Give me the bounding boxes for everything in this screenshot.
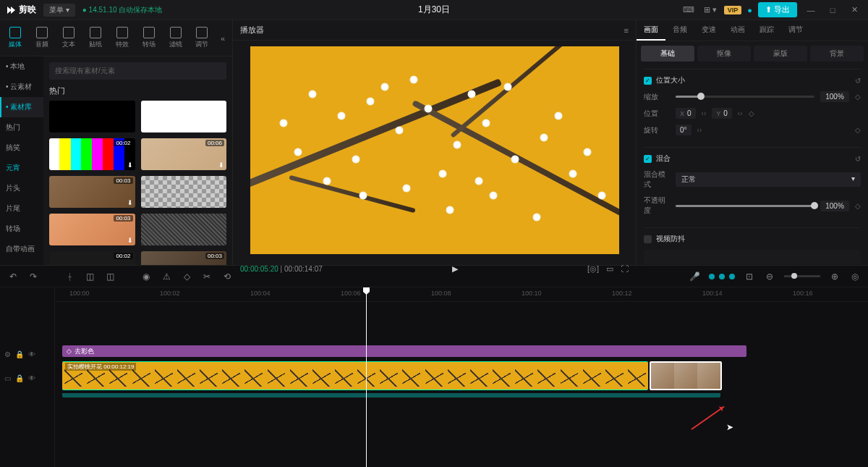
position-y-input[interactable]: Y0 — [712, 108, 732, 119]
asset-thumb-5[interactable] — [141, 176, 227, 208]
delete-right-button[interactable]: ◫ — [104, 272, 116, 282]
sidebar-cat-3[interactable]: 热门 — [0, 117, 43, 138]
asset-thumb-9[interactable]: 00:03⬇ — [141, 251, 227, 265]
keyframe-icon[interactable]: ◇ — [855, 93, 861, 101]
asset-thumb-1[interactable] — [141, 101, 227, 132]
mic-button[interactable]: 🎤 — [689, 272, 700, 282]
prop-tab-3[interactable]: 动画 — [723, 20, 752, 41]
main-video-clip[interactable]: 实拍樱桃开花 00:00:12:19 — [62, 361, 648, 390]
blend-section: ✓ 混合 ↺ 混合模式 正常▾ 不透明度 100% ◇ — [644, 147, 861, 227]
asset-thumb-2[interactable]: 00:02⬇ — [49, 138, 135, 170]
scale-slider[interactable] — [676, 96, 814, 98]
tool-tab-3[interactable]: 贴纸 — [83, 25, 109, 51]
tool-tab-5[interactable]: 转场 — [136, 25, 161, 51]
asset-thumb-6[interactable]: 00:03⬇ — [49, 214, 135, 245]
tool-tab-0[interactable]: 媒体 — [3, 25, 28, 51]
video-track-header[interactable]: ▭🔒👁 — [0, 363, 54, 393]
prop-tab-0[interactable]: 画面 — [637, 20, 665, 41]
shortcut-icon[interactable]: ⌨ — [681, 5, 697, 14]
feedback-icon[interactable]: ● — [747, 6, 752, 14]
timeline-tracks[interactable]: 100:00100:02100:04100:06100:08100:10100:… — [55, 287, 868, 467]
prop-tab-5[interactable]: 调节 — [781, 20, 810, 41]
sidebar-cat-1[interactable]: • 云素材 — [0, 77, 43, 97]
sidebar-cat-4[interactable]: 搞笑 — [0, 138, 43, 158]
sub-tab-3[interactable]: 背景 — [810, 46, 864, 62]
sidebar-cat-0[interactable]: • 本地 — [0, 56, 43, 77]
reverse-button[interactable]: ⟲ — [221, 272, 233, 282]
titlebar: 剪映 菜单 ▾ ● 14.51.10 自动保存本地 1月30日 ⌨ ⊞ ▾ VI… — [0, 0, 868, 20]
sidebar-cat-5[interactable]: 元宵 — [0, 158, 43, 178]
crop-button[interactable]: ✂ — [201, 272, 213, 282]
tool-tab-4[interactable]: 特效 — [109, 25, 135, 51]
blend-mode-select[interactable]: 正常▾ — [676, 172, 861, 187]
timeline-ruler[interactable]: 100:00100:02100:04100:06100:08100:10100:… — [55, 287, 868, 302]
second-video-clip[interactable]: 素材.转场 拉屁股大腕 00 — [650, 361, 722, 390]
preview-toggle[interactable]: ⊡ — [744, 272, 755, 282]
prop-tab-1[interactable]: 音频 — [665, 20, 694, 41]
sidebar-cat-6[interactable]: 片头 — [0, 178, 43, 198]
minimize-button[interactable]: — — [803, 6, 819, 14]
stabilize-checkbox[interactable]: ✓ — [644, 235, 652, 243]
filter-track-header[interactable]: ⚙🔒👁 — [0, 345, 54, 363]
reset-icon[interactable]: ↺ — [855, 155, 861, 163]
keyframe-icon[interactable]: ◇ — [855, 126, 861, 134]
filter-clip[interactable]: ◇ 去彩色 — [62, 345, 746, 357]
audio-button[interactable]: ⚠ — [161, 272, 172, 282]
prop-tab-2[interactable]: 变速 — [694, 20, 723, 41]
property-subtabs: 基础抠像蒙版背景 — [637, 41, 868, 66]
tool-tab-2[interactable]: 文本 — [56, 25, 82, 51]
sidebar-cat-2[interactable]: • 素材库 — [0, 97, 43, 117]
app-logo: 剪映 — [6, 4, 36, 16]
playhead[interactable] — [366, 287, 367, 467]
asset-thumb-3[interactable]: 00:06⬇ — [141, 138, 227, 170]
snap-toggles[interactable] — [709, 274, 735, 279]
tool-tab-1[interactable]: 音频 — [30, 25, 55, 51]
sidebar-cat-7[interactable]: 片尾 — [0, 198, 43, 219]
track-headers: ⚙🔒👁 ▭🔒👁 — [0, 287, 55, 467]
rotation-input[interactable]: 0° — [676, 125, 692, 135]
asset-thumb-8[interactable]: 00:02⬇ — [49, 251, 135, 265]
sub-tab-0[interactable]: 基础 — [641, 46, 694, 62]
collapse-icon[interactable]: « — [216, 34, 229, 43]
tool-tab-6[interactable]: 滤镜 — [163, 25, 188, 51]
position-size-checkbox[interactable]: ✓ — [644, 77, 652, 85]
freeze-button[interactable]: ◇ — [181, 272, 192, 282]
vip-badge[interactable]: VIP — [724, 6, 742, 14]
video-preview[interactable] — [250, 46, 619, 254]
close-button[interactable]: ✕ — [846, 5, 862, 14]
blend-checkbox[interactable]: ✓ — [644, 155, 652, 163]
zoom-slider[interactable] — [784, 275, 820, 277]
delete-left-button[interactable]: ◫ — [84, 272, 95, 282]
layout-icon[interactable]: ⊞ ▾ — [702, 5, 718, 14]
opacity-value[interactable]: 100% — [820, 201, 849, 211]
asset-thumb-4[interactable]: 00:03⬇ — [49, 176, 135, 208]
position-x-input[interactable]: X0 — [676, 108, 696, 119]
asset-thumb-7[interactable] — [141, 214, 227, 245]
keyframe-icon[interactable]: ◇ — [749, 109, 754, 117]
audio-waveform[interactable] — [62, 393, 720, 397]
export-button[interactable]: ⬆ 导出 — [758, 2, 797, 17]
sidebar-cat-9[interactable]: 自带动画 — [0, 239, 43, 259]
keyframe-icon[interactable]: ◇ — [855, 202, 861, 210]
zoom-in-button[interactable]: ⊕ — [829, 272, 841, 282]
undo-button[interactable]: ↶ — [7, 272, 19, 282]
sub-tab-1[interactable]: 抠像 — [697, 46, 751, 62]
sidebar-cat-10[interactable]: 空镜 — [0, 259, 43, 265]
preview-menu-icon[interactable]: ≡ — [624, 26, 629, 35]
opacity-slider[interactable] — [676, 205, 814, 207]
zoom-fit-button[interactable]: ◎ — [849, 272, 861, 282]
asset-thumb-0[interactable] — [49, 101, 135, 132]
speed-button[interactable]: ◉ — [140, 272, 152, 282]
maximize-button[interactable]: □ — [825, 6, 841, 14]
redo-button[interactable]: ↷ — [27, 272, 39, 282]
reset-icon[interactable]: ↺ — [855, 77, 861, 85]
search-input[interactable]: 搜索现有素材/元素 — [49, 62, 226, 80]
sidebar-cat-8[interactable]: 转场 — [0, 219, 43, 239]
sub-tab-2[interactable]: 蒙版 — [754, 46, 807, 62]
split-button[interactable]: ⟊ — [64, 272, 75, 282]
menu-dropdown[interactable]: 菜单 ▾ — [43, 4, 75, 17]
zoom-out-button[interactable]: ⊖ — [764, 272, 775, 282]
tool-tab-7[interactable]: 调节 — [190, 25, 215, 51]
prop-tab-4[interactable]: 跟踪 — [752, 20, 781, 41]
scale-value[interactable]: 100% — [820, 91, 849, 102]
